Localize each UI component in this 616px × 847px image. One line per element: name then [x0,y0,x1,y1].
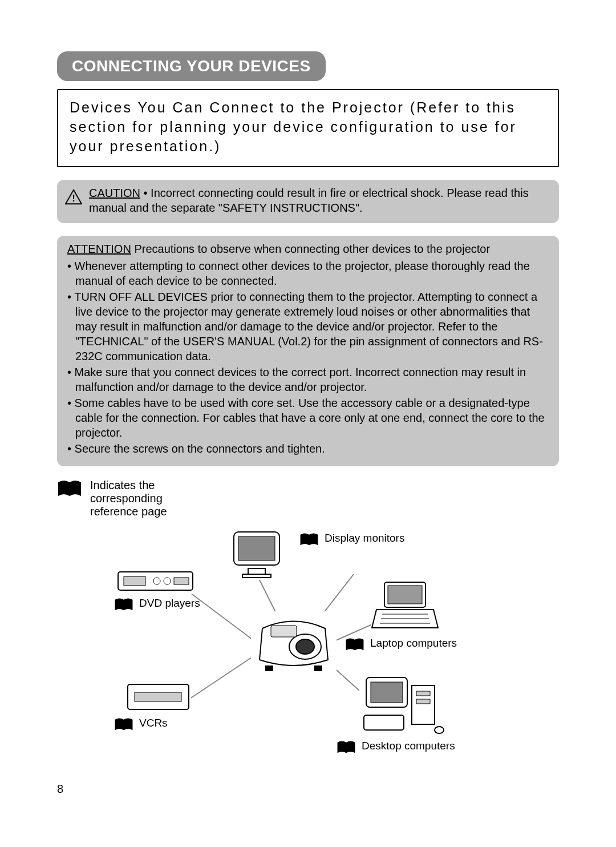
svg-rect-21 [174,578,189,584]
page-number: 8 [57,783,63,796]
caution-box: ! CAUTION • Incorrect connecting could r… [57,180,559,223]
svg-rect-23 [135,692,181,701]
svg-rect-16 [242,574,271,578]
book-icon [299,532,319,548]
book-icon [337,740,356,756]
label-text: Desktop computers [362,740,455,752]
svg-point-19 [153,578,160,584]
page-title: CONNECTING YOUR DEVICES [57,51,326,81]
device-diagram: Display monitors DVD players Laptop comp… [57,529,559,774]
legend-row: Indicates the corresponding reference pa… [57,479,559,518]
dvd-player-illustration [117,568,194,594]
svg-point-36 [435,727,444,733]
svg-rect-25 [388,586,422,604]
svg-text:!: ! [72,193,75,204]
book-icon [345,637,364,653]
list-item: Secure the screws on the connectors and … [67,441,549,456]
svg-rect-15 [248,568,265,574]
svg-line-4 [188,654,257,700]
svg-point-20 [164,578,171,584]
legend-text: Indicates the corresponding reference pa… [90,479,193,518]
attention-intro: Precautions to observe when connecting o… [131,243,490,255]
label-text: Display monitors [325,532,404,544]
label-text: VCRs [139,717,168,729]
list-item: Some cables have to be used with core se… [67,396,549,440]
list-item: TURN OFF ALL DEVICES prior to connecting… [67,289,549,364]
laptop-illustration [371,580,439,631]
display-monitors-label: Display monitors [299,532,404,548]
manual-page: CONNECTING YOUR DEVICES Devices You Can … [0,0,616,797]
svg-rect-12 [314,666,322,671]
attention-list: Whenever attempting to connect other dev… [67,259,549,456]
intro-box: Devices You Can Connect to the Projector… [57,89,559,167]
display-monitor-illustration [228,529,285,580]
warning-icon: ! [65,189,82,205]
dvd-players-label: DVD players [114,597,200,613]
caution-body: • Incorrect connecting could result in f… [89,187,529,214]
attention-box: ATTENTION Precautions to observe when co… [57,236,559,466]
svg-rect-11 [265,666,273,671]
label-text: Laptop computers [370,637,457,650]
svg-point-9 [296,639,314,654]
svg-rect-10 [271,626,297,637]
caution-label: CAUTION [89,187,140,199]
book-icon [57,479,82,499]
list-item: Whenever attempting to connect other dev… [67,259,549,288]
svg-rect-14 [238,537,275,560]
svg-rect-18 [124,576,145,586]
list-item: Make sure that you connect devices to th… [67,365,549,394]
svg-rect-35 [364,715,404,730]
svg-rect-33 [416,691,430,696]
label-text: DVD players [139,597,200,610]
caution-text: CAUTION • Incorrect connecting could res… [89,185,549,215]
laptop-computers-label: Laptop computers [345,637,457,653]
desktop-computers-label: Desktop computers [337,740,455,756]
projector-illustration [251,611,337,674]
attention-label: ATTENTION [67,243,131,255]
vcrs-label: VCRs [114,717,168,733]
book-icon [114,597,133,613]
book-icon [114,717,133,733]
svg-rect-31 [371,682,403,703]
desktop-illustration [359,674,445,737]
svg-rect-34 [416,699,430,704]
vcr-illustration [125,680,191,714]
